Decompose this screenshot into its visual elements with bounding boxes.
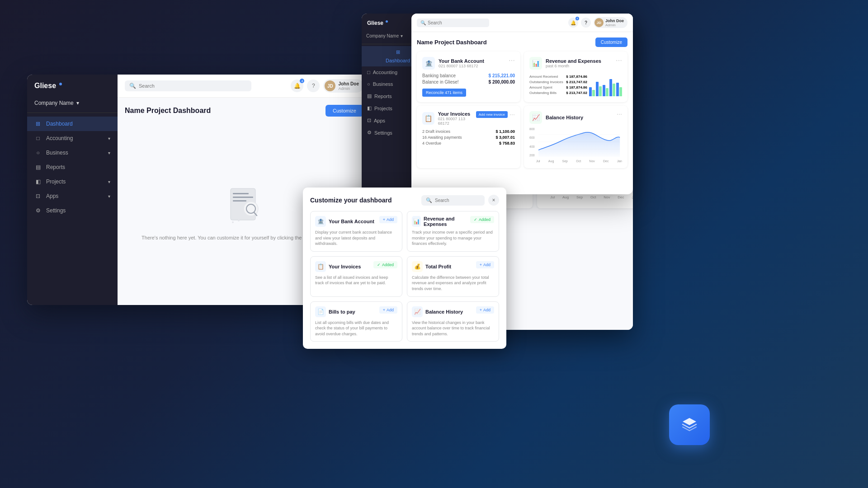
invoices-actions-right: Add new invoice ⋯ (476, 111, 515, 118)
floating-app-icon[interactable] (669, 404, 710, 445)
awaiting-label-right: 16 Awaiting payments (422, 135, 462, 140)
bank-account-right: 021 80007 113 68172 (439, 64, 484, 68)
search-box-left[interactable]: 🔍 (125, 80, 251, 91)
add-bank-button[interactable]: + Add (379, 216, 397, 223)
company-selector[interactable]: Company Name ▾ (27, 97, 118, 109)
modal-card-bank-icon-row: 🏦 Your Bank Account (315, 216, 374, 227)
ar-value-right: $ 187,874.86 (566, 75, 587, 79)
projects-icon: ◧ (34, 178, 42, 185)
sidebar-item-accounting[interactable]: □ Accounting ▾ (27, 131, 118, 145)
add-invoice-btn-right[interactable]: Add new invoice (476, 111, 508, 118)
invoices-card-right: 📋 Your Invoices 021 80007 113 68172 Add … (417, 106, 520, 168)
modal-card-bills-icon-row: 📄 Bills to pay (315, 306, 355, 317)
invoices-title-right: Your Invoices (438, 111, 476, 117)
label: Projects (374, 106, 392, 111)
awaiting-value-right: $ 3,007.01 (495, 135, 515, 140)
customize-btn-right[interactable]: Customize (595, 38, 627, 47)
revenue-card-right: 📊 Revenue and Expenses past 6 month ⋯ Am… (524, 52, 627, 102)
banking-balance-label-right: Banking balance (422, 73, 456, 78)
modal-card-invoices-icon-row: 📋 Your Invoices (315, 261, 361, 272)
modal-balance-desc: View the historical changes in your bank… (412, 320, 494, 337)
chevron-icon: ▾ (108, 179, 110, 184)
modal-search-input[interactable] (435, 198, 471, 203)
sidebar-item-reports[interactable]: ▤ Reports (27, 160, 118, 174)
company-name-mid: Company Name (366, 33, 399, 38)
gliese-balance-label-right: Balance in Gliese! (422, 80, 459, 84)
balance-more-right[interactable]: ⋯ (617, 111, 622, 117)
modal-header-right: 🔍 × (421, 195, 499, 206)
customize-modal: Customize your dashboard 🔍 × 🏦 Your Bank… (303, 188, 506, 349)
modal-profit-icon: 💰 (412, 261, 423, 272)
invoices-more-right[interactable]: ⋯ (509, 112, 515, 118)
svg-point-8 (238, 220, 240, 221)
bank-card-more-right[interactable]: ⋯ (509, 57, 515, 64)
added-invoices-button[interactable]: ✓ Added (373, 261, 397, 268)
add-balance-button[interactable]: + Add (476, 306, 494, 314)
ob-label-right: Outstanding Bills (529, 91, 557, 95)
gliese-balance-val-right: $ 200,000.00 (489, 80, 515, 84)
search-right[interactable]: 🔍 (417, 19, 489, 27)
settings-icon: ⚙ (34, 207, 42, 214)
bar-jul-right (616, 83, 622, 96)
add-profit-button[interactable]: + Add (476, 261, 494, 268)
revenue-content-right: Amount Received $ 187,874.86 Outstanding… (529, 73, 622, 96)
help-button[interactable]: ? (307, 80, 320, 92)
right-page-body: Name Project Dashboard Customize 🏦 Your … (411, 32, 633, 174)
app-name-mid: Gliese (367, 20, 383, 26)
modal-card-revenue-icon-row: 📊 Revenue and Expenses (412, 216, 470, 227)
modal-close-button[interactable]: × (488, 195, 499, 206)
revenue-card-more-right[interactable]: ⋯ (616, 57, 622, 64)
modal-card-profit-header: 💰 Total Profit + Add (412, 261, 494, 272)
banking-balance-val-right: $ 215,221.00 (489, 73, 515, 78)
page-title-right: Name Project Dashboard (417, 39, 487, 46)
notifications-right[interactable]: 🔔4 (568, 18, 578, 28)
notifications-button[interactable]: 🔔 4 (291, 80, 303, 92)
sidebar-item-dashboard[interactable]: ⊞ Dashboard (27, 117, 118, 131)
sidebar-item-label: Accounting (46, 135, 73, 141)
help-right[interactable]: ? (581, 18, 591, 28)
reconcile-btn-right[interactable]: Reconcile 471 items (422, 89, 466, 97)
sidebar-item-label: Projects (46, 178, 66, 185)
bank-card-title-right: Your Bank Account (439, 58, 484, 64)
modal-invoices-title: Your Invoices (329, 264, 361, 269)
sidebar-item-projects[interactable]: ◧ Projects ▾ (27, 174, 118, 189)
invoices-title-block-right: Your Invoices 021 80007 113 68172 (438, 111, 476, 126)
sidebar-left: Gliese Company Name ▾ ⊞ Dashboard □ Acco… (27, 75, 118, 305)
ob-value-right: $ 213,747.02 (566, 91, 587, 95)
added-revenue-button[interactable]: ✓ Added (470, 216, 494, 223)
balance-icon-right: 📈 (529, 111, 542, 124)
customize-button-left[interactable]: Customize (326, 105, 363, 117)
modal-card-balance-icon-row: 📈 Balance History (412, 306, 463, 317)
notification-badge: 4 (300, 79, 304, 83)
bar-mar-right (589, 87, 595, 96)
modal-profit-desc: Calculate the difference between your to… (412, 275, 494, 292)
window-right: 🔍 🔔4 ? JD John Doe Admin Name Project Da… (411, 14, 633, 194)
search-input-left[interactable] (139, 83, 247, 89)
user-chip-right[interactable]: JD John Doe Admin (594, 17, 627, 28)
topbar-icons: 🔔 4 ? JD John Doe Admin (291, 79, 363, 93)
revenue-subtitle-right: past 6 month (546, 64, 601, 68)
check-icon: ✓ (474, 217, 477, 222)
logo-dot (59, 83, 62, 85)
revenue-bars-right (589, 73, 622, 96)
search-input-right[interactable] (428, 20, 485, 25)
add-bills-button[interactable]: + Add (379, 306, 397, 314)
invoices-icon-right: 📋 (422, 112, 434, 125)
avatar-right: JD (594, 18, 604, 27)
balance-svg-right: Jul Aug Sep Oct Nov Dec Jan (536, 127, 622, 163)
sidebar-item-business[interactable]: ○ Business ▾ (27, 145, 118, 160)
add-label: Add (387, 217, 394, 222)
settings-icon-mid: ⚙ (367, 130, 372, 136)
modal-search-box[interactable]: 🔍 (421, 195, 485, 206)
sidebar-logo: Gliese (27, 82, 118, 97)
empty-illustration (222, 182, 267, 227)
modal-card-revenue: 📊 Revenue and Expenses ✓ Added Track you… (407, 211, 499, 252)
modal-bank-icon: 🏦 (315, 216, 326, 227)
user-role: Admin (338, 86, 359, 91)
user-chip[interactable]: JD John Doe Admin (323, 79, 363, 93)
sidebar-item-settings[interactable]: ⚙ Settings (27, 203, 118, 218)
gliese-balance-row-right: Balance in Gliese! $ 200,000.00 (422, 80, 515, 84)
modal-invoices-icon: 📋 (315, 261, 326, 272)
sidebar-item-apps[interactable]: ⊡ Apps ▾ (27, 189, 118, 203)
bank-card-right-header: 🏦 Your Bank Account 021 80007 113 68172 … (422, 57, 515, 70)
